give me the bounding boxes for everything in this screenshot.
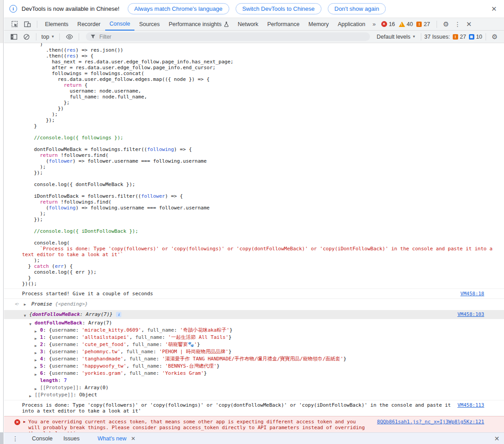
log-levels-label: Default levels — [377, 34, 410, 40]
error-row-access-token: ✕ ▶ You are overriding current access to… — [4, 416, 504, 432]
expand-triangle-icon[interactable]: ▶ — [29, 393, 34, 400]
item-key-fullname: full_name — [132, 342, 159, 347]
infobar-close-icon[interactable]: ✕ — [489, 5, 499, 13]
source-location-link[interactable]: VM458:18 — [460, 291, 484, 297]
always-match-language-button[interactable]: Always match Chrome's language — [128, 3, 229, 14]
item-index: 6 — [40, 370, 43, 376]
tab-recorder[interactable]: Recorder — [73, 18, 105, 31]
code-line: .then((res) => { — [22, 53, 501, 59]
chevron-down-icon: ▼ — [412, 35, 416, 39]
tab-elements[interactable]: Elements — [40, 18, 73, 31]
info-icon: i — [9, 5, 17, 13]
panel-tabbar: Elements Recorder Console Sources Perfor… — [4, 18, 504, 31]
message-badge-count: 10 — [476, 34, 482, 40]
item-key-fullname: full_name — [129, 370, 156, 376]
inspect-element-icon[interactable] — [11, 21, 18, 28]
object-info-icon[interactable]: i — [116, 312, 121, 317]
tab-performance[interactable]: Performance — [263, 18, 304, 31]
drawer-tab-issues[interactable]: Issues — [63, 435, 80, 442]
filter-box[interactable] — [86, 32, 370, 41]
tab-console[interactable]: Console — [105, 18, 135, 31]
drawer-close-icon[interactable]: ✕ — [494, 435, 500, 442]
tab-performance-insights[interactable]: Performance insights — [164, 18, 233, 31]
collapse-triangle-icon[interactable]: ▼ — [24, 312, 28, 320]
code-line: } catch (err) { — [22, 263, 501, 269]
javascript-context-select[interactable]: top ▼ — [40, 34, 56, 40]
code-line: ); — [22, 211, 501, 217]
filter-input[interactable] — [98, 33, 366, 40]
tab-sources[interactable]: Sources — [134, 18, 164, 31]
code-line: return !followers.find( — [22, 152, 501, 158]
divider — [36, 33, 36, 40]
drawer-kebab-menu-icon[interactable]: ⋮ — [12, 435, 18, 442]
switch-devtools-chinese-button[interactable]: Switch DevTools to Chinese — [236, 3, 321, 14]
log-row-process-started: Process started! Give it a couple of sec… — [4, 289, 504, 298]
array-item-row[interactable]: ▶ 0: {username: 'miracle_kitty.0609', fu… — [4, 327, 504, 334]
source-location-link[interactable]: VM458:113 — [457, 402, 484, 408]
code-line: username: node.username, — [22, 88, 501, 94]
source-location-link[interactable]: VM458:103 — [457, 311, 484, 318]
prototype-value: Array(0) — [85, 385, 108, 391]
code-line: has_next = res.data.user.edge_follow.pag… — [22, 59, 501, 65]
settings-gear-icon[interactable]: ⚙ — [443, 20, 449, 28]
code-line: iDontFollowBack = followers.filter((foll… — [22, 193, 501, 199]
brace: } — [110, 311, 113, 317]
tab-application[interactable]: Application — [333, 18, 370, 31]
item-index: 4 — [40, 356, 43, 362]
more-tabs-icon[interactable]: » — [370, 21, 378, 27]
code-line — [22, 187, 501, 193]
message-badge-icon: ▤ — [469, 34, 474, 40]
prototype-array-row[interactable]: ▶ [[Prototype]]: Array(0) — [4, 384, 504, 391]
array-property-row[interactable]: ▼ dontFollowMeBack: Array(7) — [4, 320, 504, 327]
issues-counter-label[interactable]: 37 Issues: — [424, 34, 450, 40]
drawer-tab-console[interactable]: Console — [32, 435, 53, 442]
array-item-row[interactable]: ▶ 3: {username: 'pehomnyc.tw', full_name… — [4, 348, 504, 355]
array-item-row[interactable]: ▶ 5: {username: 'happywoofy_tw', full_na… — [4, 363, 504, 370]
array-item-row[interactable]: ▶ 6: {username: 'yorkies.gram', full_nam… — [4, 370, 504, 377]
code-line: console.log({ dontFollowMeBack }); — [22, 182, 501, 187]
code-line — [22, 222, 501, 228]
log-row-object-preview[interactable]: ▼{dontFollowMeBack: Array(7)}i VM458:103 — [4, 310, 504, 319]
log-levels-select[interactable]: Default levels ▼ — [375, 34, 418, 40]
expand-triangle-icon[interactable]: ▶ — [23, 419, 28, 425]
infobar-message: DevTools is now available in Chinese! — [22, 5, 120, 12]
devtools-window: i DevTools is now available in Chinese! … — [4, 0, 504, 444]
divider — [437, 21, 437, 28]
warning-count: 40 — [407, 21, 413, 27]
error-badge-icon: ✕ — [381, 21, 387, 27]
console-messages[interactable]: ) .then((res) => res.json()) .then((res)… — [4, 43, 504, 432]
devtools-close-icon[interactable]: ✕ — [466, 20, 472, 28]
code-line: followings = followings.concat( — [22, 71, 501, 76]
code-line: res.data.user.edge_follow.edges.map(({ n… — [22, 76, 501, 82]
error-source-link[interactable]: 8QQb861sah1.js?_nc_x=Ij3Wp8lg5Kz:121 — [377, 419, 484, 425]
array-item-row[interactable]: ▶ 2: {username: 'cute_pet_food', full_na… — [4, 341, 504, 348]
console-input-echo: ) .then((res) => res.json()) .then((res)… — [4, 43, 504, 289]
code-line: }); — [22, 117, 501, 123]
tab-network[interactable]: Network — [233, 18, 263, 31]
console-status-badges[interactable]: ✕ 16 40 ! 27 — [381, 21, 434, 27]
expand-triangle-icon[interactable]: ▶ — [24, 302, 28, 308]
issue-badge-count: 27 — [460, 34, 466, 40]
device-toolbar-icon[interactable] — [24, 21, 31, 28]
console-sidebar-icon[interactable] — [10, 33, 18, 40]
code-line: return { — [22, 82, 501, 88]
array-item-row[interactable]: ▶ 4: {username: 'tanghandmade', full_nam… — [4, 355, 504, 363]
clear-console-icon[interactable] — [23, 33, 30, 40]
dont-show-again-button[interactable]: Don't show again — [328, 3, 386, 14]
console-settings-gear-icon[interactable]: ⚙ — [492, 33, 498, 41]
item-fullname-value: '萌寵饗宴🐾' — [165, 342, 197, 347]
tab-memory[interactable]: Memory — [304, 18, 333, 31]
prototype-object-row[interactable]: ▶ [[Prototype]]: Object — [4, 391, 504, 399]
toolbar-right-group: Default levels ▼ 37 Issues: ! 27 ▤ 10 ⚙ — [375, 33, 500, 41]
context-label: top — [41, 34, 49, 40]
drawer-tab-whats-new[interactable]: What's new — [98, 435, 126, 442]
error-count: 16 — [389, 21, 395, 27]
error-icon: ✕ — [14, 419, 20, 425]
live-expression-eye-icon[interactable] — [66, 33, 73, 40]
array-item-row[interactable]: ▶ 1: {username: 'alltailstaipei', full_n… — [4, 334, 504, 341]
kebab-menu-icon[interactable]: ⋮ — [455, 21, 461, 28]
whats-new-close-icon[interactable]: ✕ — [131, 435, 135, 442]
code-line: return !followings.find( — [22, 199, 501, 205]
code-line: .then((res) => res.json()) — [22, 47, 501, 53]
dock-divider[interactable] — [0, 0, 4, 444]
